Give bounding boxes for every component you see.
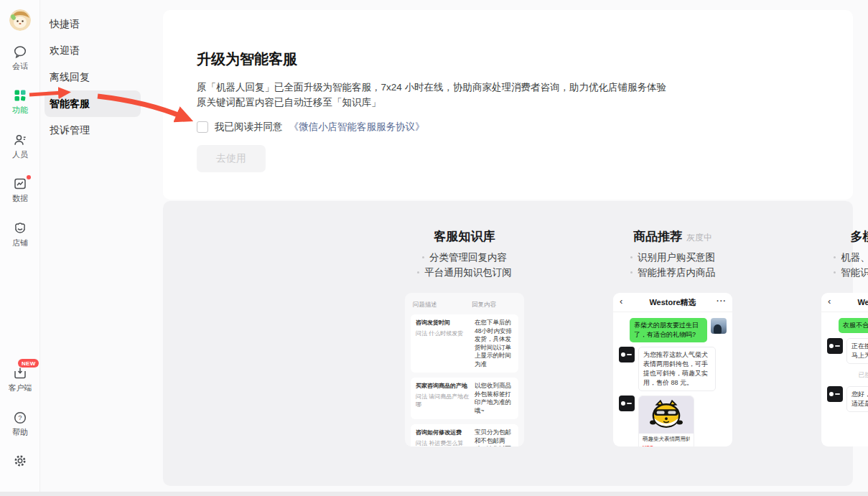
sidebar-item-features[interactable]: 功能	[0, 88, 40, 116]
feature-bullet: 分类管理回复内容	[429, 250, 507, 265]
user-message: 养柴犬的朋友要过生日了，有适合的礼物吗?	[630, 318, 707, 342]
sidebar-item-shop[interactable]: 店铺	[0, 221, 40, 248]
submenu-item-complaints[interactable]: 投诉管理	[40, 117, 164, 144]
bullet-dot	[834, 271, 836, 273]
bot-message: 正在接入中，人工客服马上为你提供服务	[846, 338, 868, 364]
sidebar-item-label: 人员	[12, 149, 28, 160]
chat-preview-handoff: ‹ Westore精选 ··· 衣服不合适，能不能换? 正在接入中，人工客服马上…	[821, 293, 868, 446]
shop-avatar	[827, 338, 843, 354]
feature-title: 商品推荐	[633, 228, 682, 245]
bullet-dot	[422, 256, 424, 258]
more-icon: ···	[717, 296, 727, 305]
agreement-link[interactable]: 《微信小店智能客服服务协议》	[289, 121, 425, 134]
avatar-image	[9, 9, 31, 31]
feature-bullet: 识别用户购买意图	[638, 250, 715, 265]
notification-dot	[27, 175, 31, 179]
faq-answer: 在您下单后的48小时内安排发货，具体发货时间以订单上显示的时间为准	[475, 319, 513, 368]
feature-bullet: 智能识别转人工场景	[841, 265, 868, 280]
back-chevron-icon: ‹	[620, 296, 622, 307]
feature-multimode: 多模式接待 机器、人工配合服务 智能识别转人工场景 ‹ Westore精选 ··…	[795, 228, 868, 446]
window-bottom-strip	[0, 492, 868, 496]
faq-ask-label: 问法	[416, 440, 427, 446]
faq-ask: 补运费怎么算	[429, 440, 463, 446]
feature-product-recommend: 商品推荐 灰度中 识别用户购买意图 智能推荐店内商品 ‹ Westore精选 ·…	[587, 228, 759, 446]
feature-title: 客服知识库	[434, 228, 495, 245]
bullet-dot	[630, 271, 633, 273]
chat-title: Westore精选	[857, 297, 868, 308]
submenu-item-quick-replies[interactable]: 快捷语	[40, 11, 164, 37]
gear-icon	[13, 454, 27, 468]
bullet-dot	[834, 256, 836, 258]
feature-panel: 客服知识库 分类管理回复内容 平台通用知识包订阅 问题描述 回复内容 咨询发货时…	[163, 201, 853, 486]
icon-rail: 会话 功能 人员	[0, 0, 40, 496]
feature-title: 多模式接待	[851, 228, 868, 245]
user-avatar	[711, 318, 727, 334]
sidebar-item-label: 帮助	[12, 427, 28, 438]
handoff-divider-text: 已接入人工客服	[827, 370, 868, 380]
sidebar-item-label: 数据	[12, 193, 28, 204]
bullet-dot	[417, 271, 419, 273]
product-name: 萌趣柴犬表情两用斜挎包	[643, 436, 690, 443]
submenu-item-smart-service[interactable]: 智能客服	[45, 90, 141, 117]
sidebar-item-label: 会话	[12, 61, 28, 72]
shop-icon	[13, 221, 27, 235]
shiba-bag-illustration	[650, 400, 683, 430]
agreement-checkbox[interactable]	[197, 121, 208, 133]
go-use-button[interactable]: 去使用	[197, 145, 266, 172]
bot-message: 为您推荐这款人气柴犬表情两用斜挎包，可手提也可斜挎，萌趣又实用，售价 88 元。	[638, 347, 716, 391]
client-download-icon: NEW	[13, 366, 27, 380]
sidebar-item-label: 功能	[12, 105, 28, 116]
faq-col-question: 问题描述	[413, 301, 467, 309]
product-image	[639, 396, 694, 434]
faq-preview-card: 问题描述 回复内容 咨询发货时间 问法 什么时候发货 在您下单后的48小时内安排…	[405, 293, 524, 446]
bullet-dot	[630, 256, 633, 258]
faq-ask-label: 问法	[416, 330, 427, 337]
feature-bullet: 智能推荐店内商品	[638, 265, 715, 280]
grid-icon	[13, 88, 27, 103]
sidebar-item-help[interactable]: ? 帮助	[0, 411, 40, 438]
faq-question: 咨询如何修改运费	[416, 429, 470, 437]
feature-knowledge-base: 客服知识库 分类管理回复内容 平台通用知识包订阅 问题描述 回复内容 咨询发货时…	[378, 228, 551, 446]
agreement-text: 我已阅读并同意	[215, 121, 283, 134]
faq-ask: 什么时候发货	[429, 330, 463, 337]
product-price: ¥88	[643, 444, 690, 446]
person-icon	[13, 133, 27, 147]
faq-row: 咨询如何修改运费 问法 补运费怎么算 宝贝分为包邮和不包邮两种，请您以下单时的实…	[411, 424, 518, 446]
faq-question: 咨询发货时间	[416, 319, 470, 327]
svg-text:?: ?	[18, 413, 22, 421]
description-line-1: 原「机器人回复」已全面升级为智能客服，7x24 小时在线，协助商家处理消费者咨询…	[197, 80, 824, 95]
faq-row: 咨询发货时间 问法 什么时候发货 在您下单后的48小时内安排发货，具体发货时间以…	[411, 314, 518, 373]
chart-icon	[13, 177, 27, 191]
sidebar-item-label: 客户端	[9, 383, 32, 393]
submenu: 快捷语 欢迎语 离线回复 智能客服 投诉管理	[40, 11, 164, 144]
faq-row: 买家咨询商品的产地 问法 请问商品产地在哪 以您收到商品外包装标签打印产地为准的…	[411, 378, 518, 419]
sidebar-item-label: 店铺	[12, 238, 28, 248]
submenu-item-offline-reply[interactable]: 离线回复	[40, 64, 164, 90]
user-message: 衣服不合适，能不能换?	[839, 318, 868, 333]
shop-avatar	[827, 386, 843, 402]
avatar[interactable]	[9, 9, 31, 31]
description-line-2: 原关键词配置内容已自动迁移至「知识库」	[197, 95, 824, 110]
settings-button[interactable]	[0, 454, 40, 468]
new-badge: NEW	[18, 359, 39, 368]
faq-answer: 宝贝分为包邮和不包邮两种，请您以下单时的实际运费为准哦~	[475, 429, 513, 446]
feature-bullet: 机器、人工配合服务	[841, 250, 868, 265]
chat-bubble-icon	[13, 45, 27, 59]
gray-release-tag: 灰度中	[686, 232, 712, 244]
sidebar-item-client[interactable]: NEW 客户端	[0, 366, 40, 393]
page-title: 升级为智能客服	[197, 50, 824, 69]
shop-avatar	[619, 347, 635, 362]
sidebar-item-staff[interactable]: 人员	[0, 133, 40, 160]
feature-bullet: 平台通用知识包订阅	[424, 265, 512, 280]
agent-message: 您好，请问是尺码不合适还是颜色不喜欢呢?	[846, 386, 868, 412]
sidebar-item-data[interactable]: 数据	[0, 177, 40, 204]
faq-ask-label: 问法	[416, 393, 427, 400]
submenu-item-welcome[interactable]: 欢迎语	[40, 37, 164, 64]
chat-title: Westore精选	[649, 297, 696, 308]
sidebar-item-sessions[interactable]: 会话	[0, 45, 40, 72]
back-chevron-icon: ‹	[828, 296, 831, 307]
upgrade-card: 升级为智能客服 原「机器人回复」已全面升级为智能客服，7x24 小时在线，协助商…	[163, 10, 853, 200]
product-card: 萌趣柴犬表情两用斜挎包 ¥88 Westore精选	[638, 396, 694, 446]
chat-preview-recommend: ‹ Westore精选 ··· 养柴犬的朋友要过生日了，有适合的礼物吗? 为您推…	[613, 293, 732, 446]
help-circle-icon: ?	[13, 411, 27, 425]
